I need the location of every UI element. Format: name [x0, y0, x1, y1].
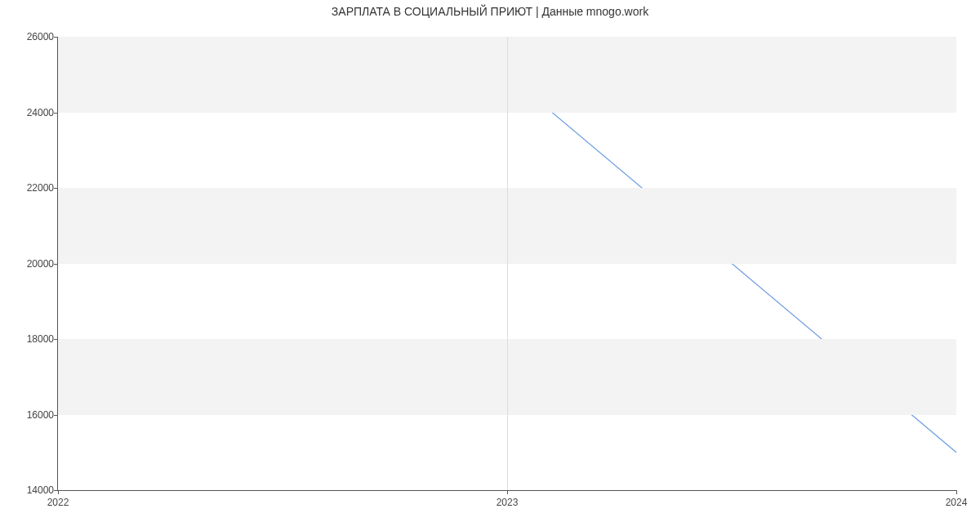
y-tick-mark: [54, 339, 58, 340]
chart-title: ЗАРПЛАТА В СОЦИАЛЬНЫЙ ПРИЮТ | Данные mno…: [0, 5, 980, 18]
x-tick-label: 2022: [47, 497, 69, 508]
x-tick-label: 2023: [497, 497, 519, 508]
y-tick-label: 24000: [17, 107, 54, 118]
y-tick-mark: [54, 113, 58, 114]
x-grid-line: [507, 37, 508, 490]
y-tick-label: 18000: [17, 333, 54, 345]
y-tick-mark: [54, 264, 58, 265]
y-tick-label: 20000: [17, 258, 54, 270]
y-tick-mark: [54, 188, 58, 189]
x-tick-mark: [507, 490, 508, 494]
y-tick-label: 22000: [17, 182, 54, 194]
chart-container: ЗАРПЛАТА В СОЦИАЛЬНЫЙ ПРИЮТ | Данные mno…: [0, 0, 980, 531]
y-tick-mark: [54, 415, 58, 416]
y-tick-mark: [54, 37, 58, 38]
x-tick-mark: [956, 490, 957, 494]
y-tick-label: 16000: [17, 409, 54, 421]
y-tick-label: 14000: [17, 484, 54, 496]
y-tick-label: 26000: [17, 31, 54, 42]
x-tick-mark: [58, 490, 59, 494]
x-tick-label: 2024: [946, 497, 968, 508]
plot-area: 1400016000180002000022000240002600020222…: [57, 37, 956, 491]
